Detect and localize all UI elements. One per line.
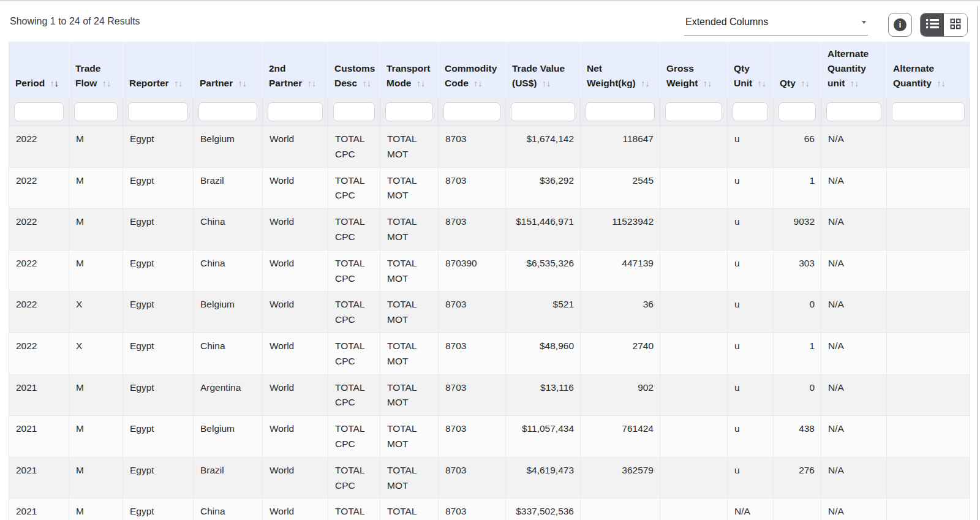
sort-icons[interactable]: ↑↓ <box>307 78 317 88</box>
cell-qty-unit: u <box>728 292 774 333</box>
view-toggle <box>920 13 968 37</box>
column-header-commodity-code[interactable]: Commodity Code ↑↓ <box>439 42 506 98</box>
cell-gross-weight <box>660 126 728 168</box>
cell-transport-mode: TOTAL MOT <box>380 250 439 292</box>
filter-input-qty[interactable] <box>778 102 816 121</box>
cell-gross-weight <box>660 374 728 416</box>
cell-partner: China <box>194 333 263 375</box>
column-header-alternate-quantity-unit[interactable]: Alternate Quantity unit ↑↓ <box>821 42 887 98</box>
cell-net-weight-kg: 761424 <box>581 416 660 458</box>
cell-period: 2022 <box>9 333 69 375</box>
filter-input-customs-desc[interactable] <box>333 102 375 121</box>
sort-icons[interactable]: ↑↓ <box>102 78 111 88</box>
column-header-trade-flow[interactable]: Trade Flow ↑↓ <box>69 42 123 98</box>
cell-period: 2021 <box>9 374 69 416</box>
grid-view-button[interactable] <box>944 13 967 36</box>
toolbar-right-cluster: Extended Columns ▾ i <box>684 13 968 37</box>
cell-net-weight-kg: 362579 <box>581 457 660 499</box>
column-header-customs-desc[interactable]: Customs Desc ↑↓ <box>328 42 380 98</box>
list-view-button[interactable] <box>921 13 944 36</box>
column-header-transport-mode[interactable]: Transport Mode ↑↓ <box>380 42 439 98</box>
filter-input-alternate-quantity[interactable] <box>892 102 965 121</box>
filter-input-trade-flow[interactable] <box>74 102 118 121</box>
cell-trade-flow: M <box>69 457 123 499</box>
columns-dropdown[interactable]: Extended Columns ▾ <box>684 14 868 36</box>
cell-2nd-partner: World <box>263 250 328 292</box>
column-label: Period <box>15 78 45 88</box>
column-header-period[interactable]: Period ↑↓ <box>9 42 69 98</box>
filter-input-commodity-code[interactable] <box>443 102 500 121</box>
cell-trade-value-us: $36,292 <box>506 167 581 209</box>
sort-icons[interactable]: ↑↓ <box>937 78 946 88</box>
filter-input-gross-weight[interactable] <box>665 102 722 121</box>
sort-asc-icon: ↑ <box>238 78 243 88</box>
column-header-gross-weight[interactable]: Gross Weight ↑↓ <box>660 42 728 98</box>
sort-icons[interactable]: ↑↓ <box>50 78 59 88</box>
sort-asc-icon: ↑ <box>757 78 761 88</box>
sort-desc-icon: ↓ <box>421 78 425 88</box>
column-header-2nd-partner[interactable]: 2nd Partner ↑↓ <box>263 42 328 98</box>
filter-input-transport-mode[interactable] <box>385 102 433 121</box>
filter-input-qty-unit[interactable] <box>733 102 768 121</box>
sort-icons[interactable]: ↑↓ <box>174 78 183 88</box>
cell-trade-flow: M <box>69 126 123 168</box>
cell-period: 2022 <box>9 250 69 292</box>
sort-icons[interactable]: ↑↓ <box>703 78 712 88</box>
sort-icons[interactable]: ↑↓ <box>542 78 551 88</box>
table-row: 2022MEgyptBelgiumWorldTOTAL CPCTOTAL MOT… <box>9 126 970 168</box>
cell-commodity-code: 870390 <box>439 250 506 292</box>
cell-qty <box>774 499 821 520</box>
sort-icons[interactable]: ↑↓ <box>473 78 483 88</box>
cell-qty-unit: u <box>728 416 774 458</box>
filter-input-period[interactable] <box>14 102 64 121</box>
column-header-alternate-quantity[interactable]: Alternate Quantity ↑↓ <box>887 42 970 98</box>
cell-trade-flow: M <box>69 167 123 209</box>
table-header-row: Period ↑↓Trade Flow ↑↓Reporter ↑↓Partner… <box>9 42 970 98</box>
sort-desc-icon: ↓ <box>478 78 482 88</box>
cell-commodity-code: 8703 <box>439 374 506 416</box>
table-row: 2021MEgyptBrazilWorldTOTAL CPCTOTAL MOT8… <box>9 457 970 499</box>
column-header-trade-value-us[interactable]: Trade Value (US$) ↑↓ <box>506 42 581 98</box>
cell-alternate-quantity-unit: N/A <box>821 499 887 520</box>
sort-icons[interactable]: ↑↓ <box>417 78 426 88</box>
column-label: Qty <box>780 78 796 88</box>
filter-input-2nd-partner[interactable] <box>268 102 323 121</box>
cell-transport-mode: TOTAL MOT <box>380 209 439 251</box>
sort-icons[interactable]: ↑↓ <box>641 78 650 88</box>
sort-icons[interactable]: ↑↓ <box>801 78 810 88</box>
filter-cell-period <box>9 98 69 126</box>
sort-asc-icon: ↑ <box>542 78 546 88</box>
filter-cell-net-weight-kg <box>581 98 660 126</box>
filter-input-partner[interactable] <box>198 102 257 121</box>
table-row: 2022MEgyptBrazilWorldTOTAL CPCTOTAL MOT8… <box>9 167 970 209</box>
column-label: Partner <box>200 78 233 88</box>
column-header-qty[interactable]: Qty ↑↓ <box>774 42 821 98</box>
cell-customs-desc: TOTAL CPC <box>328 457 380 499</box>
sort-icons[interactable]: ↑↓ <box>850 78 859 88</box>
cell-transport-mode: TOTAL MOT <box>380 126 439 168</box>
filter-input-net-weight-kg[interactable] <box>586 102 655 121</box>
vertical-scrollbar[interactable] <box>977 6 978 520</box>
column-header-reporter[interactable]: Reporter ↑↓ <box>123 42 194 98</box>
column-header-net-weight-kg[interactable]: Net Weight(kg) ↑↓ <box>581 42 660 98</box>
sort-icons[interactable]: ↑↓ <box>757 78 766 88</box>
cell-reporter: Egypt <box>123 333 194 375</box>
cell-qty-unit: u <box>728 167 774 209</box>
filter-input-reporter[interactable] <box>128 102 188 121</box>
filter-input-alternate-quantity-unit[interactable] <box>826 102 881 121</box>
column-header-partner[interactable]: Partner ↑↓ <box>194 42 263 98</box>
column-header-qty-unit[interactable]: Qty Unit ↑↓ <box>728 42 774 98</box>
cell-qty-unit: u <box>728 374 774 416</box>
sort-icons[interactable]: ↑↓ <box>362 78 371 88</box>
cell-trade-flow: X <box>69 333 123 375</box>
cell-alternate-quantity <box>887 416 970 458</box>
table-row: 2021MEgyptArgentinaWorldTOTAL CPCTOTAL M… <box>9 374 970 416</box>
sort-asc-icon: ↑ <box>102 78 107 88</box>
sort-desc-icon: ↓ <box>854 78 859 88</box>
sort-icons[interactable]: ↑↓ <box>238 78 247 88</box>
filter-input-trade-value-us[interactable] <box>511 102 575 121</box>
info-button[interactable]: i <box>888 13 912 37</box>
cell-trade-value-us: $337,502,536 <box>506 499 581 520</box>
cell-alternate-quantity-unit: N/A <box>821 126 887 168</box>
cell-partner: China <box>194 250 263 292</box>
